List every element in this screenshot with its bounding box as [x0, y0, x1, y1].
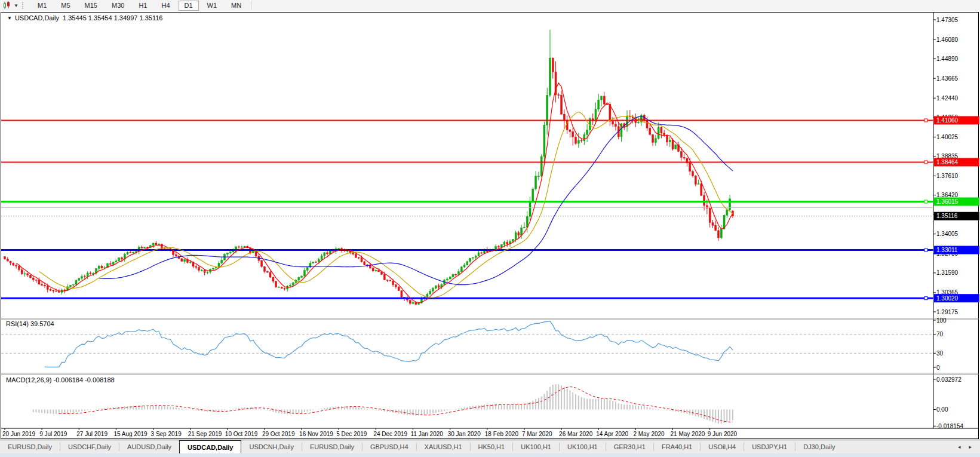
hline-handle	[924, 297, 927, 300]
svg-text:1.36015: 1.36015	[936, 198, 959, 205]
svg-text:100: 100	[936, 317, 947, 324]
price-badge-1.35116: 1.35116	[934, 212, 979, 220]
svg-text:27 Jul 2019: 27 Jul 2019	[76, 431, 107, 437]
tab-gbpusd-h4-6[interactable]: GBPUSD,H4	[362, 440, 416, 453]
tab-eurusd-daily-0[interactable]: EURUSD,Daily	[0, 440, 60, 453]
rsi-indicator-label: RSI(14) 39.5704	[6, 320, 54, 327]
svg-text:0.00: 0.00	[936, 406, 948, 413]
svg-text:30: 30	[936, 350, 944, 357]
svg-text:7 Mar 2020: 7 Mar 2020	[522, 431, 552, 437]
svg-text:9 Jul 2019: 9 Jul 2019	[39, 431, 67, 437]
svg-text:11 Jan 2020: 11 Jan 2020	[411, 431, 444, 437]
price-badge-1.33011: 1.33011	[934, 246, 979, 254]
tab-scroll-left-icon[interactable]: ◂	[958, 444, 961, 450]
svg-text:1.47305: 1.47305	[936, 17, 959, 23]
tab-ger30-h1-11[interactable]: GER30,H1	[606, 440, 653, 453]
tab-usdchf-daily-1[interactable]: USDCHF,Daily	[60, 440, 119, 453]
macd-signal-line	[59, 387, 733, 422]
timeframe-button-m5[interactable]: M5	[55, 1, 76, 11]
date-axis: 20 Jun 20199 Jul 201927 Jul 201915 Aug 2…	[2, 428, 738, 437]
price-pane	[1, 30, 933, 305]
tab-usdcad-daily-3[interactable]: USDCAD,Daily	[179, 440, 241, 453]
svg-text:20 Jun 2019: 20 Jun 2019	[2, 431, 35, 437]
svg-text:1.34005: 1.34005	[936, 231, 959, 237]
svg-text:1.46080: 1.46080	[936, 36, 959, 43]
svg-text:18 Feb 2020: 18 Feb 2020	[485, 431, 519, 437]
tab-audusd-daily-2[interactable]: AUDUSD,Daily	[119, 440, 179, 453]
svg-text:70: 70	[936, 331, 944, 338]
timeframe-button-mn[interactable]: MN	[225, 1, 247, 11]
tab-usoil-h4-13[interactable]: USOil,H4	[701, 440, 744, 453]
candlestick-chart-icon[interactable]	[2, 1, 13, 10]
svg-text:21 May 2020: 21 May 2020	[671, 431, 705, 437]
candlesticks	[4, 30, 734, 305]
tab-xauusd-h1-7[interactable]: XAUUSD,H1	[417, 440, 470, 453]
timeframe-button-d1[interactable]: D1	[179, 1, 199, 11]
tab-usdcnh-daily-4[interactable]: USDCNH,Daily	[241, 440, 302, 453]
svg-text:16 Nov 2019: 16 Nov 2019	[299, 431, 333, 437]
svg-text:21 Sep 2019: 21 Sep 2019	[188, 431, 222, 437]
chart-window: ▼USDCAD,Daily 1.35445 1.35454 1.34997 1.…	[0, 11, 980, 457]
price-badge-1.36015: 1.36015	[934, 198, 979, 206]
svg-text:1.33011: 1.33011	[936, 247, 958, 253]
tab-usdjpy-h1-14[interactable]: USDJPY,H1	[744, 440, 795, 453]
timeframe-button-m15[interactable]: M15	[79, 1, 103, 11]
toolbar-dropdown-caret[interactable]: ▼	[13, 3, 20, 8]
tab-hk50-h1-8[interactable]: HK50,H1	[471, 440, 513, 453]
price-badge-1.38464: 1.38464	[934, 158, 979, 166]
timeframe-toolbar: ▼ M1M5M15M30H1H4D1W1MN	[0, 0, 980, 11]
svg-text:1.36420: 1.36420	[936, 192, 959, 198]
hline-handle	[924, 119, 927, 122]
tab-uk100-h1-10[interactable]: UK100,H1	[560, 440, 606, 453]
rsi-line	[45, 321, 733, 367]
price-axis: 1.473051.460801.448901.436651.424401.412…	[933, 17, 979, 430]
hline-handle	[924, 200, 927, 203]
svg-text:1.30020: 1.30020	[936, 295, 959, 302]
timeframe-button-w1[interactable]: W1	[201, 1, 223, 11]
tab-scroll-arrows: ◂▸	[958, 440, 980, 453]
price-badge-1.41060: 1.41060	[934, 116, 979, 124]
svg-text:1.43665: 1.43665	[936, 75, 959, 82]
timeframe-buttons: M1M5M15M30H1H4D1W1MN	[30, 1, 248, 11]
svg-text:0: 0	[936, 364, 940, 371]
status-strip	[0, 453, 980, 457]
svg-text:24 Dec 2019: 24 Dec 2019	[373, 431, 407, 437]
hline-handle	[924, 161, 927, 164]
ma-13-line	[39, 112, 733, 297]
svg-text:1.41060: 1.41060	[936, 117, 959, 124]
svg-text:15 Aug 2019: 15 Aug 2019	[113, 431, 148, 437]
svg-text:30 Jan 2020: 30 Jan 2020	[448, 431, 481, 437]
toolbar-grip[interactable]	[22, 2, 27, 9]
tab-fra40-h1-12[interactable]: FRA40,H1	[654, 440, 700, 453]
svg-text:3 Sep 2019: 3 Sep 2019	[151, 431, 182, 437]
chart-title: ▼USDCAD,Daily 1.35445 1.35454 1.34997 1.…	[7, 14, 162, 22]
macd-histogram	[33, 384, 733, 424]
svg-text:1.35116: 1.35116	[936, 213, 958, 219]
svg-text:0.032972: 0.032972	[936, 376, 961, 383]
svg-text:10 Oct 2019: 10 Oct 2019	[225, 431, 258, 437]
timeframe-button-h1[interactable]: H1	[133, 1, 153, 11]
timeframe-button-m30[interactable]: M30	[106, 1, 130, 11]
svg-text:2 May 2020: 2 May 2020	[633, 431, 665, 437]
svg-text:1.40025: 1.40025	[936, 134, 959, 140]
timeframe-button-m1[interactable]: M1	[32, 1, 53, 11]
tab-scroll-right-icon[interactable]: ▸	[969, 444, 972, 450]
svg-text:1.29175: 1.29175	[936, 309, 959, 315]
macd-indicator-label: MACD(12,26,9) -0.006184 -0.008188	[6, 376, 115, 384]
svg-text:9 Jun 2020: 9 Jun 2020	[708, 431, 738, 437]
svg-text:1.37610: 1.37610	[936, 173, 959, 179]
tab-dj30-daily-15[interactable]: DJ30,Daily	[795, 440, 843, 453]
svg-text:1.44890: 1.44890	[936, 56, 959, 62]
chart-canvas[interactable]: 1.473051.460801.448901.436651.424401.412…	[0, 11, 980, 440]
tab-eurusd-daily-5[interactable]: EURUSD,Daily	[302, 440, 362, 453]
symbol-period-label: USDCAD,Daily	[15, 14, 59, 22]
ohlc-values: 1.35445 1.35454 1.34997 1.35116	[63, 14, 162, 22]
svg-text:1.38464: 1.38464	[936, 159, 959, 165]
svg-text:1.42440: 1.42440	[936, 95, 959, 102]
hline-handle	[924, 249, 927, 251]
svg-text:1.31590: 1.31590	[936, 269, 959, 276]
timeframe-button-h4[interactable]: H4	[155, 1, 176, 11]
tab-uk100-h1-9[interactable]: UK100,H1	[513, 440, 559, 453]
window-menu-caret-icon[interactable]: ▼	[7, 16, 12, 21]
svg-text:29 Oct 2019: 29 Oct 2019	[262, 431, 295, 437]
